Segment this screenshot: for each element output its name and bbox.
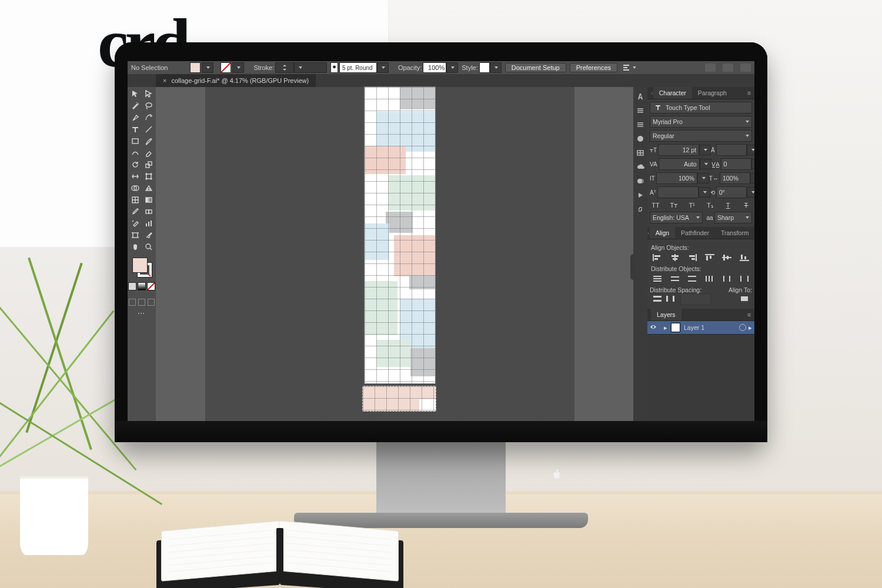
screen-mode-row[interactable] — [128, 299, 156, 306]
swatches-icon[interactable] — [636, 148, 645, 158]
twirl-icon[interactable]: ▸ — [664, 324, 667, 331]
shape-builder-tool[interactable] — [128, 183, 142, 193]
align-left-button[interactable] — [651, 252, 664, 263]
all-caps-button[interactable]: TT — [650, 202, 662, 209]
rotate-tool[interactable] — [128, 159, 142, 170]
small-caps-button[interactable]: Tᴛ — [668, 202, 680, 209]
language-dropdown[interactable]: English: USA — [650, 212, 703, 223]
rectangle-tool[interactable] — [128, 136, 142, 146]
subscript-button[interactable]: T₁ — [704, 202, 716, 209]
paintbrush-tool[interactable] — [142, 136, 155, 146]
hamburger-icon[interactable] — [636, 120, 645, 129]
hscale-stepper[interactable]: 100% — [720, 172, 750, 184]
column-graph-tool[interactable] — [142, 218, 155, 229]
perspective-grid-tool[interactable] — [142, 183, 155, 193]
tab-character[interactable]: Character — [653, 87, 692, 99]
arrange-documents-icon[interactable] — [723, 64, 733, 72]
strike-button[interactable]: T — [740, 202, 752, 209]
brushes-icon[interactable] — [636, 176, 645, 186]
curvature-tool[interactable] — [142, 112, 155, 123]
layer-thumbnail[interactable] — [671, 323, 680, 332]
align-vcenter-button[interactable] — [720, 252, 733, 263]
mesh-tool[interactable] — [128, 195, 142, 205]
tab-align[interactable]: Align — [650, 227, 675, 239]
vdist-bottom-button[interactable] — [686, 273, 699, 284]
workspace-view-icon[interactable] — [705, 64, 716, 72]
baseline-stepper[interactable] — [657, 186, 699, 198]
blend-tool[interactable] — [142, 206, 155, 217]
layer-name[interactable]: Layer 1 — [684, 324, 704, 331]
tab-paragraph[interactable]: Paragraph — [692, 87, 733, 99]
close-icon[interactable]: × — [163, 77, 166, 84]
eyedropper-tool[interactable] — [128, 206, 142, 217]
align-top-button[interactable] — [703, 252, 716, 263]
slice-tool[interactable] — [142, 230, 155, 240]
rotation-stepper[interactable]: 0° — [716, 186, 747, 198]
spacing-value[interactable] — [680, 293, 711, 305]
fill-swatch[interactable] — [190, 62, 201, 73]
direct-selection-tool[interactable] — [142, 89, 155, 99]
canvas[interactable] — [156, 87, 633, 421]
eraser-tool[interactable] — [142, 148, 155, 158]
fill-box[interactable] — [132, 258, 148, 273]
hamburger-icon[interactable] — [636, 106, 645, 115]
visibility-icon[interactable] — [650, 323, 657, 332]
panel-menu-icon[interactable] — [740, 64, 751, 72]
align-hcenter-button[interactable] — [669, 252, 681, 263]
fill-stroke-picker[interactable] — [131, 256, 152, 278]
font-family-dropdown[interactable]: Myriad Pro — [650, 116, 752, 128]
hdist-center-button[interactable] — [720, 273, 733, 284]
touch-type-button[interactable]: Touch Type Tool — [650, 102, 752, 113]
tab-pathfinder[interactable]: Pathfinder — [675, 227, 715, 239]
line-segment-tool[interactable] — [142, 124, 155, 135]
cloud-icon[interactable] — [636, 162, 645, 172]
type-glyph-icon[interactable] — [636, 92, 645, 101]
link-icon[interactable] — [636, 205, 645, 214]
underline-button[interactable]: T — [722, 202, 734, 209]
artboard[interactable] — [365, 87, 435, 383]
shaper-tool[interactable] — [128, 148, 142, 158]
fill-swatch-group[interactable] — [189, 62, 213, 73]
hand-tool[interactable] — [128, 242, 142, 252]
align-bottom-button[interactable] — [738, 252, 751, 263]
panel-menu-icon[interactable]: ≡ — [747, 89, 751, 96]
play-icon[interactable] — [636, 191, 645, 200]
hdist-left-button[interactable] — [703, 273, 716, 284]
bottom-plate[interactable] — [362, 386, 436, 412]
vdist-center-button[interactable] — [669, 273, 681, 284]
tab-transform[interactable]: Transform — [715, 227, 754, 239]
pen-tool[interactable] — [128, 112, 142, 123]
vspace-button[interactable] — [651, 293, 664, 304]
tool-overflow-icon[interactable]: ⋯ — [138, 309, 146, 318]
align-to-dropdown[interactable] — [738, 293, 751, 304]
artboard-tool[interactable] — [128, 230, 142, 240]
leading-stepper[interactable] — [716, 144, 747, 156]
panel-menu-icon[interactable]: ≡ — [747, 311, 751, 318]
free-transform-tool[interactable] — [142, 171, 155, 182]
lasso-tool[interactable] — [142, 101, 155, 111]
document-tab[interactable]: × collage-grid-F.ai* @ 4.17% (RGB/GPU Pr… — [156, 74, 316, 87]
stroke-weight-stepper[interactable] — [275, 62, 294, 73]
zoom-tool[interactable] — [142, 242, 155, 252]
font-style-dropdown[interactable]: Regular — [650, 130, 752, 142]
stroke-profile-value[interactable]: 5 pt. Round — [339, 62, 377, 73]
vdist-top-button[interactable] — [651, 273, 664, 284]
antialias-dropdown[interactable]: Sharp — [714, 212, 752, 223]
tracking-stepper[interactable]: 0 — [721, 158, 751, 170]
hspace-button[interactable] — [664, 293, 677, 304]
superscript-button[interactable]: T¹ — [686, 202, 698, 209]
style-swatch[interactable] — [479, 62, 490, 73]
symbol-sprayer-tool[interactable] — [128, 218, 142, 229]
align-right-button[interactable] — [686, 252, 699, 263]
preferences-button[interactable]: Preferences — [570, 63, 617, 72]
layer-row[interactable]: ▸ Layer 1 ▸ — [647, 321, 754, 335]
color-wheel-icon[interactable] — [636, 134, 645, 143]
font-size-stepper[interactable]: 12 pt — [658, 144, 699, 156]
scale-tool[interactable] — [142, 159, 155, 170]
tab-layers[interactable]: Layers — [651, 309, 681, 320]
align-dropdown[interactable] — [622, 64, 636, 72]
magic-wand-tool[interactable] — [128, 101, 142, 111]
width-tool[interactable] — [128, 171, 142, 182]
target-icon[interactable] — [739, 324, 746, 331]
selection-tool[interactable] — [128, 89, 142, 99]
